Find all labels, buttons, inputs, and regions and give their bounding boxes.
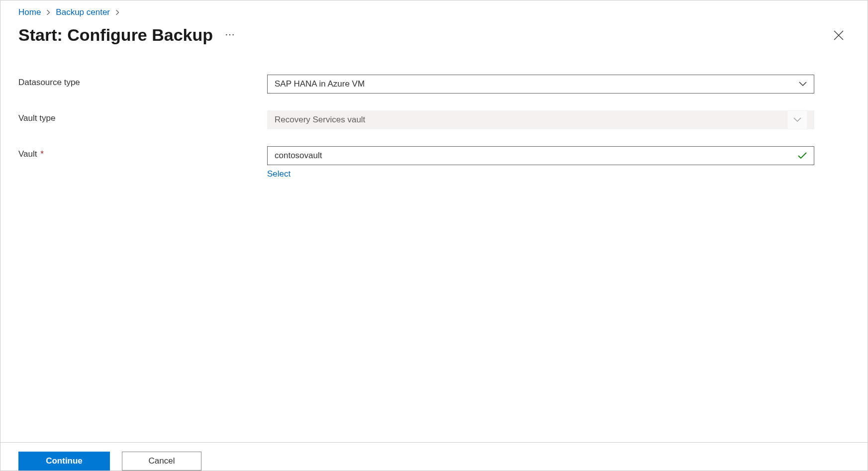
chevron-right-icon — [115, 10, 120, 15]
vault-input[interactable]: contosovault — [267, 146, 814, 165]
breadcrumb-home[interactable]: Home — [18, 7, 41, 17]
vault-type-value: Recovery Services vault — [275, 115, 787, 125]
more-actions-button[interactable]: ⋯ — [225, 28, 236, 42]
chevron-right-icon — [46, 10, 51, 15]
datasource-type-label: Datasource type — [18, 75, 267, 88]
page-title: Start: Configure Backup — [18, 25, 213, 45]
vault-label: Vault * — [18, 146, 267, 159]
vault-select-link[interactable]: Select — [267, 169, 290, 179]
chevron-down-icon — [787, 111, 807, 129]
vault-type-select: Recovery Services vault — [267, 110, 814, 129]
vault-type-label: Vault type — [18, 110, 267, 123]
continue-button[interactable]: Continue — [18, 452, 110, 471]
vault-value: contosovault — [275, 151, 798, 161]
datasource-type-value: SAP HANA in Azure VM — [275, 79, 799, 89]
breadcrumb: Home Backup center — [18, 7, 850, 17]
cancel-button[interactable]: Cancel — [122, 452, 201, 471]
datasource-type-select[interactable]: SAP HANA in Azure VM — [267, 75, 814, 94]
breadcrumb-backup-center[interactable]: Backup center — [56, 7, 110, 17]
checkmark-icon — [798, 152, 807, 159]
close-button[interactable] — [831, 27, 847, 43]
required-indicator: * — [40, 149, 44, 159]
footer-actions: Continue Cancel — [0, 442, 868, 471]
chevron-down-icon — [799, 82, 807, 87]
close-icon — [834, 30, 844, 40]
